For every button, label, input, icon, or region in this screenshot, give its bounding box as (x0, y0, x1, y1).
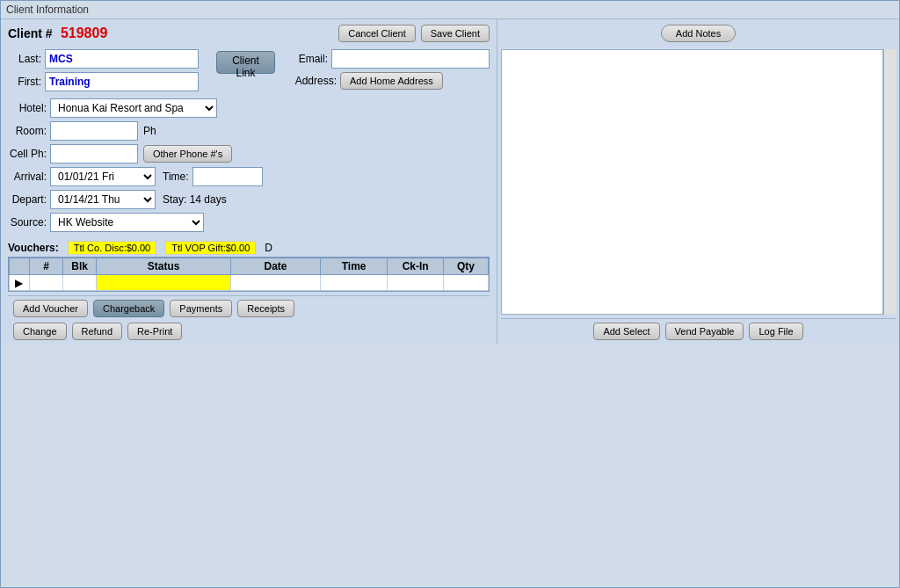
cell-ph-input[interactable] (50, 144, 138, 163)
client-header: Client # 519809 Cancel Client Save Clien… (8, 25, 490, 42)
cell-ph-label: Cell Ph: (8, 148, 47, 160)
ttl-vop-gift: Ttl VOP Gift:$0.00 (165, 241, 256, 255)
bottom-buttons-row1: Add Voucher Chargeback Payments Receipts (8, 295, 490, 321)
room-label: Room: (8, 125, 47, 137)
other-phone-button[interactable]: Other Phone #'s (143, 145, 232, 163)
payments-button[interactable]: Payments (170, 300, 232, 317)
right-panel: Add Notes Add Select Vend Payable Log Fi… (497, 19, 899, 344)
window-title: Client Information (6, 4, 89, 16)
row-status-cell (97, 275, 231, 291)
vouchers-label: Vouchers: (8, 242, 59, 254)
client-number-area: Client # 519809 (8, 25, 107, 41)
col-ckin: Ck-In (388, 258, 444, 275)
cancel-client-button[interactable]: Cancel Client (338, 25, 415, 42)
col-time: Time (320, 258, 387, 275)
header-buttons: Cancel Client Save Client (338, 25, 490, 42)
vouchers-table: # Blk Status Date Time Ck-In Qty (9, 258, 489, 291)
title-bar: Client Information (1, 1, 899, 19)
room-row: Room: Ph (8, 121, 490, 141)
ttl-co-disc: Ttl Co. Disc:$0.00 (68, 241, 156, 255)
vend-payable-button[interactable]: Vend Payable (665, 323, 744, 340)
col-date: Date (231, 258, 321, 275)
email-row: Email: (293, 49, 490, 69)
bottom-buttons-row2: Change Refund Re-Print (8, 321, 490, 344)
bottom-buttons-area: Add Voucher Chargeback Payments Receipts… (8, 295, 490, 344)
row-ckin-cell (388, 275, 444, 291)
notes-area (501, 49, 883, 315)
last-label: Last: (8, 53, 41, 65)
add-select-button[interactable]: Add Select (593, 323, 659, 340)
change-button[interactable]: Change (13, 323, 67, 340)
depart-row: Depart: 01/14/21 Thu Stay: 14 days (8, 190, 490, 209)
panels-area: Client # 519809 Cancel Client Save Clien… (1, 19, 899, 344)
source-select[interactable]: HK Website (50, 213, 204, 232)
last-row: Last: (8, 49, 199, 69)
save-client-button[interactable]: Save Client (421, 25, 490, 42)
row-hash-cell (29, 275, 62, 291)
table-row: ▶ (10, 275, 489, 291)
col-hash: # (29, 258, 62, 275)
vouchers-table-container: # Blk Status Date Time Ck-In Qty (8, 257, 490, 292)
address-label: Address: (293, 75, 337, 87)
col-arrow (10, 258, 30, 275)
time-input[interactable] (192, 167, 263, 186)
receipts-button[interactable]: Receipts (237, 300, 294, 317)
email-input[interactable] (331, 49, 490, 69)
hotel-label: Hotel: (8, 102, 47, 114)
add-voucher-button[interactable]: Add Voucher (13, 300, 88, 317)
row-blk-cell (63, 275, 97, 291)
room-input[interactable] (50, 121, 138, 141)
email-address-fields: Email: Address: Add Home Address (293, 49, 490, 93)
stay-label: Stay: 14 days (163, 193, 227, 206)
vouchers-section: Vouchers: Ttl Co. Disc:$0.00 Ttl VOP Gif… (8, 241, 490, 292)
arrival-row: Arrival: 01/01/21 Fri Time: (8, 167, 490, 186)
chargeback-button[interactable]: Chargeback (93, 300, 164, 317)
hotel-select[interactable]: Honua Kai Resort and Spa (50, 98, 217, 118)
last-input[interactable] (45, 49, 199, 69)
reprint-button[interactable]: Re-Print (127, 323, 182, 340)
time-label: Time: (163, 171, 189, 183)
source-row: Source: HK Website (8, 213, 490, 232)
name-fields: Last: First: (8, 49, 199, 95)
arrival-label: Arrival: (8, 171, 47, 183)
client-label: Client # (8, 26, 53, 40)
first-label: First: (8, 76, 41, 88)
add-home-address-button[interactable]: Add Home Address (340, 72, 443, 90)
ph-label: Ph (143, 125, 156, 137)
hotel-row: Hotel: Honua Kai Resort and Spa (8, 98, 490, 118)
arrival-select[interactable]: 01/01/21 Fri (50, 167, 156, 186)
very-bottom-buttons: Add Select Vend Payable Log File (501, 318, 896, 344)
first-input[interactable] (45, 72, 199, 91)
row-arrow-cell: ▶ (10, 275, 30, 291)
client-link-button[interactable]: Client Link (216, 51, 275, 74)
row-date-cell (231, 275, 321, 291)
source-label: Source: (8, 216, 47, 229)
d-label: D (265, 242, 272, 254)
col-status: Status (97, 258, 231, 275)
address-row: Address: Add Home Address (293, 72, 490, 90)
email-label: Email: (293, 53, 328, 65)
client-number: 519809 (61, 25, 107, 40)
col-qty: Qty (443, 258, 488, 275)
refund-button[interactable]: Refund (72, 323, 122, 340)
main-window: Client Information Client # 519809 Cance… (0, 0, 900, 588)
depart-select[interactable]: 01/14/21 Thu (50, 190, 156, 209)
scrollbar[interactable] (883, 49, 896, 315)
add-notes-button[interactable]: Add Notes (661, 25, 736, 42)
depart-label: Depart: (8, 193, 47, 206)
row-time-cell (320, 275, 387, 291)
col-blk: Blk (63, 258, 97, 275)
log-file-button[interactable]: Log File (749, 323, 802, 340)
first-row: First: (8, 72, 199, 91)
vouchers-header: Vouchers: Ttl Co. Disc:$0.00 Ttl VOP Gif… (8, 241, 490, 255)
row-qty-cell (443, 275, 488, 291)
left-panel: Client # 519809 Cancel Client Save Clien… (1, 19, 497, 344)
cell-ph-row: Cell Ph: Other Phone #'s (8, 144, 490, 163)
